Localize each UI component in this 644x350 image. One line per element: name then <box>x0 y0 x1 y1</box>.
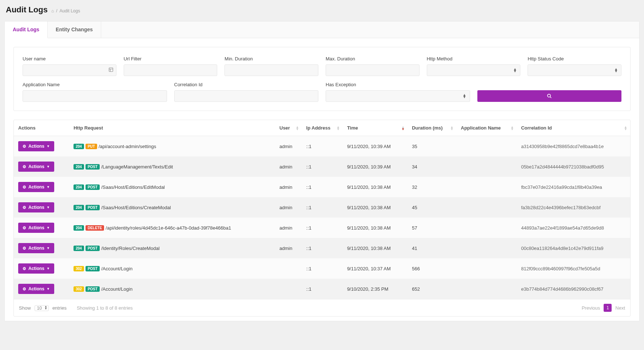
cell-http-request: 204POST/Saas/Host/Editions/CreateModal <box>69 197 275 218</box>
url-filter-input[interactable] <box>124 64 218 76</box>
page-size-select[interactable]: 10 <box>35 305 49 311</box>
action-label: Actions <box>28 246 44 251</box>
gear-icon <box>23 205 26 210</box>
tab-audit-logs[interactable]: Audit Logs <box>5 21 48 38</box>
request-url: /Account/Login <box>101 266 132 271</box>
gear-icon <box>23 184 26 190</box>
col-app[interactable]: Application Name▲▼ <box>457 120 517 136</box>
col-http-request: Http Request <box>69 120 275 136</box>
search-button[interactable] <box>477 90 622 102</box>
method-badge: POST <box>86 164 100 170</box>
cell-correlation: 00c80ea118264a4d8e1c42e79d911fa9 <box>517 238 630 258</box>
col-duration[interactable]: Duration (ms)▲▼ <box>408 120 456 136</box>
row-actions-button[interactable]: Actions▼ <box>18 223 54 233</box>
row-actions-button[interactable]: Actions▼ <box>18 284 54 294</box>
chevron-down-icon: ▼ <box>47 206 50 209</box>
status-badge: 204 <box>73 205 84 210</box>
next-page[interactable]: Next <box>615 305 625 311</box>
request-url: /api/account-admin/settings <box>99 144 156 149</box>
prev-page[interactable]: Previous <box>582 305 600 311</box>
cell-http-request: 204POST/LanguageManagement/Texts/Edit <box>69 156 275 177</box>
row-actions-button[interactable]: Actions▼ <box>18 263 54 274</box>
request-url: /LanguageManagement/Texts/Edit <box>101 164 173 170</box>
correlation-id-input[interactable] <box>174 90 319 102</box>
action-label: Actions <box>28 164 44 169</box>
pagination: Previous 1 Next <box>582 304 625 312</box>
col-time[interactable]: Time▲▼ <box>343 120 408 136</box>
cell-user: admin <box>275 238 302 258</box>
user-picker-icon[interactable] <box>108 67 114 73</box>
cell-ip: ::1 <box>302 238 343 258</box>
col-ip[interactable]: Ip Address▲▼ <box>302 120 343 136</box>
cell-duration: 35 <box>408 136 456 157</box>
cell-correlation: a31430958b9e42f8865dcd7e8baa4b1e <box>517 136 630 157</box>
table-row: Actions▼204DELETE/api/identity/roles/4d4… <box>14 218 630 238</box>
row-actions-button[interactable]: Actions▼ <box>18 141 54 151</box>
username-input[interactable] <box>23 64 116 76</box>
row-actions-button[interactable]: Actions▼ <box>18 182 54 192</box>
col-user[interactable]: User▲▼ <box>275 120 302 136</box>
cell-http-request: 302POST/Account/Login <box>69 279 275 299</box>
page-header: Audit Logs ⌂ / Audit Logs <box>4 4 640 18</box>
showing-info: Showing 1 to 8 of 8 entries <box>77 305 133 311</box>
cell-user: admin <box>275 218 302 238</box>
http-status-select[interactable] <box>528 64 621 76</box>
tabs: Audit Logs Entity Changes <box>5 21 639 38</box>
page-1[interactable]: 1 <box>604 304 612 312</box>
home-icon[interactable]: ⌂ <box>51 8 54 13</box>
application-name-input[interactable] <box>23 90 167 102</box>
request-url: /Account/Login <box>101 286 132 292</box>
cell-duration: 652 <box>408 279 456 299</box>
cell-ip: ::1 <box>302 156 343 177</box>
label-application-name: Application Name <box>23 82 167 87</box>
breadcrumb-sep: / <box>56 8 57 13</box>
show-label: Show <box>19 305 31 311</box>
cell-app <box>457 258 517 279</box>
http-method-select[interactable] <box>427 64 521 76</box>
label-http-method: Http Method <box>427 56 521 61</box>
status-badge: 204 <box>73 225 84 231</box>
cell-time: 9/11/2020, 10:39 AM <box>343 156 408 177</box>
status-badge: 204 <box>73 246 84 251</box>
gear-icon <box>23 246 26 251</box>
cell-app <box>457 156 517 177</box>
tab-entity-changes[interactable]: Entity Changes <box>48 21 101 38</box>
request-url: /Identity/Roles/CreateModal <box>101 246 159 251</box>
results-table: Actions Http Request User▲▼ Ip Address▲▼… <box>14 120 630 299</box>
cell-duration: 41 <box>408 238 456 258</box>
chevron-down-icon: ▼ <box>47 287 50 291</box>
col-corr[interactable]: Correlation Id▲▼ <box>517 120 630 136</box>
row-actions-button[interactable]: Actions▼ <box>18 202 54 212</box>
method-badge: POST <box>86 246 100 251</box>
cell-user: admin <box>275 177 302 197</box>
cell-correlation: e3b774b84d774d4686b962990c08cf67 <box>517 279 630 299</box>
cell-duration: 32 <box>408 177 456 197</box>
request-url: /Saas/Host/Editions/CreateModal <box>101 205 171 210</box>
cell-http-request: 204PUT/api/account-admin/settings <box>69 136 275 157</box>
search-icon <box>547 94 552 99</box>
action-label: Actions <box>28 286 44 291</box>
table-row: Actions▼204PUT/api/account-admin/setting… <box>14 136 630 157</box>
request-url: /api/identity/roles/4d45dc1e-646c-a47b-0… <box>106 225 231 231</box>
row-actions-button[interactable]: Actions▼ <box>18 162 54 172</box>
breadcrumb-current: Audit Logs <box>59 8 80 13</box>
table-row: Actions▼204POST/LanguageManagement/Texts… <box>14 156 630 177</box>
status-badge: 204 <box>73 164 84 170</box>
cell-app <box>457 197 517 218</box>
cell-correlation: 44893a7ae22e4f1899ae54a7d65de9d8 <box>517 218 630 238</box>
has-exception-select[interactable] <box>326 90 470 102</box>
status-badge: 204 <box>73 184 84 190</box>
min-duration-input[interactable] <box>224 64 318 76</box>
cell-duration: 45 <box>408 197 456 218</box>
status-badge: 204 <box>73 144 84 149</box>
max-duration-input[interactable] <box>326 64 420 76</box>
method-badge: POST <box>86 205 100 210</box>
table-row: Actions▼204POST/Saas/Host/Editions/EditM… <box>14 177 630 197</box>
method-badge: POST <box>86 266 100 271</box>
action-label: Actions <box>28 184 44 190</box>
cell-app <box>457 238 517 258</box>
row-actions-button[interactable]: Actions▼ <box>18 243 54 253</box>
cell-http-request: 302POST/Account/Login <box>69 258 275 279</box>
label-http-status: Http Status Code <box>528 56 621 61</box>
svg-point-3 <box>548 94 550 97</box>
